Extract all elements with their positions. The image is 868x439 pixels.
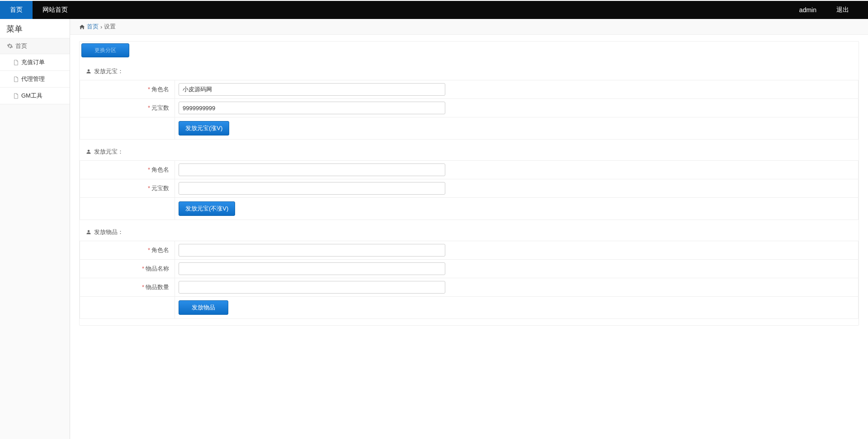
file-icon xyxy=(14,93,19,99)
section-title-label: 发放物品： xyxy=(94,228,123,236)
nav-site-home[interactable]: 网站首页 xyxy=(33,1,78,19)
role-name-input-2[interactable] xyxy=(179,163,445,176)
nav-logout[interactable]: 退出 xyxy=(826,1,859,19)
gold-amount-input[interactable] xyxy=(179,102,445,114)
user-icon xyxy=(86,149,91,154)
label-qty: 物品数量 xyxy=(146,284,169,290)
sidebar-item-label: GM工具 xyxy=(21,92,42,100)
role-name-input-3[interactable] xyxy=(179,244,445,257)
label-role: 角色名 xyxy=(151,86,169,93)
send-gold-v-button[interactable]: 发放元宝(涨V) xyxy=(179,121,229,135)
home-icon xyxy=(79,24,85,30)
send-gold-nov-button[interactable]: 发放元宝(不涨V) xyxy=(179,201,235,216)
sidebar: 菜单 首页 充值订单 代理管理 GM工具 xyxy=(0,19,70,439)
breadcrumb: 首页 › 设置 xyxy=(70,19,868,35)
section-title-gold-nov: 发放元宝： xyxy=(80,140,859,160)
section-title-item: 发放物品： xyxy=(80,220,859,241)
item-qty-input[interactable] xyxy=(179,281,445,294)
sidebar-title: 菜单 xyxy=(0,19,70,38)
sidebar-item-gm[interactable]: GM工具 xyxy=(0,88,70,104)
item-name-input[interactable] xyxy=(179,262,445,275)
breadcrumb-home[interactable]: 首页 xyxy=(87,23,99,31)
top-nav-right: admin 退出 xyxy=(789,1,868,19)
file-icon xyxy=(14,60,19,65)
panel: 更换分区 发放元宝： *角色名 *元宝数 发放元宝( xyxy=(79,41,859,326)
user-icon xyxy=(86,229,91,235)
top-nav-left: 首页 网站首页 xyxy=(0,1,78,19)
gear-icon xyxy=(7,43,13,49)
nav-home[interactable]: 首页 xyxy=(0,1,33,19)
section-title-label: 发放元宝： xyxy=(94,67,123,75)
sidebar-item-label: 代理管理 xyxy=(21,75,45,83)
user-icon xyxy=(86,69,91,74)
form-item: *角色名 *物品名称 *物品数量 发放物品 xyxy=(80,241,859,319)
file-icon xyxy=(14,76,19,82)
label-amount: 元宝数 xyxy=(151,104,169,111)
top-bar: 首页 网站首页 admin 退出 xyxy=(0,1,868,19)
sidebar-item-recharge[interactable]: 充值订单 xyxy=(0,54,70,71)
gold-amount-input-2[interactable] xyxy=(179,182,445,195)
breadcrumb-sep: › xyxy=(100,23,102,30)
label-item: 物品名称 xyxy=(146,265,169,272)
label-amount: 元宝数 xyxy=(151,185,169,191)
sidebar-head-label: 首页 xyxy=(15,42,27,50)
sidebar-head[interactable]: 首页 xyxy=(0,38,70,54)
sidebar-item-agent[interactable]: 代理管理 xyxy=(0,71,70,88)
section-title-label: 发放元宝： xyxy=(94,148,123,156)
breadcrumb-current: 设置 xyxy=(104,23,116,31)
role-name-input[interactable] xyxy=(179,83,445,96)
switch-partition-button[interactable]: 更换分区 xyxy=(81,43,129,57)
send-item-button[interactable]: 发放物品 xyxy=(179,300,228,315)
content: 首页 › 设置 更换分区 发放元宝： *角色名 *元宝数 xyxy=(70,19,868,439)
form-gold-v: *角色名 *元宝数 发放元宝(涨V) xyxy=(80,80,859,140)
nav-user[interactable]: admin xyxy=(789,1,826,19)
label-role: 角色名 xyxy=(151,247,169,253)
form-gold-nov: *角色名 *元宝数 发放元宝(不涨V) xyxy=(80,160,859,220)
label-role: 角色名 xyxy=(151,166,169,173)
section-title-gold-v: 发放元宝： xyxy=(80,59,859,80)
sidebar-item-label: 充值订单 xyxy=(21,58,45,66)
